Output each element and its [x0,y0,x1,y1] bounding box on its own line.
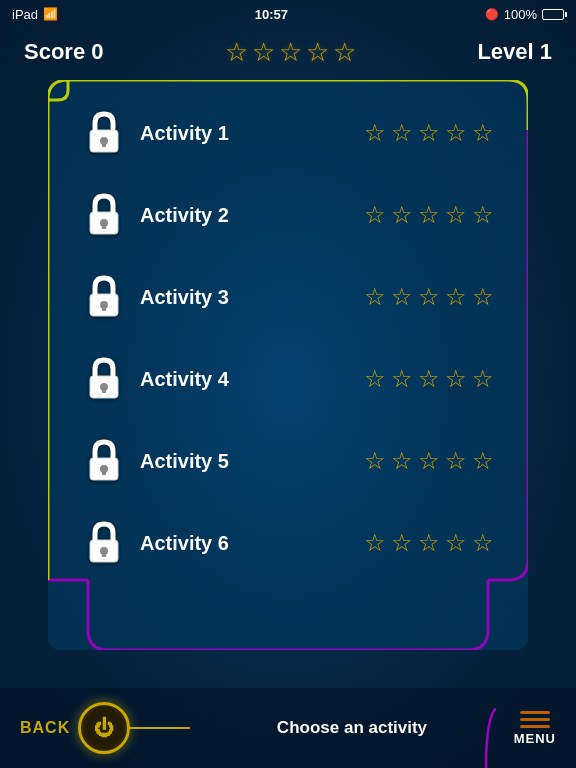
activity-5-star-1: ☆ [364,449,386,473]
activity-row-2[interactable]: Activity 2☆☆☆☆☆ [70,176,506,254]
header-star-2: ☆ [252,37,275,68]
activity-name-5: Activity 5 [140,450,280,473]
activity-stars-2: ☆☆☆☆☆ [364,203,494,227]
status-time: 10:57 [255,7,288,22]
activity-stars-4: ☆☆☆☆☆ [364,367,494,391]
unlocked-icon-1 [82,108,126,158]
activity-1-star-3: ☆ [418,121,440,145]
wifi-icon: 📶 [43,7,58,21]
activity-list: Activity 1☆☆☆☆☆ Activity 2☆☆☆☆☆ Activity… [50,82,526,594]
svg-rect-5 [102,223,106,229]
activity-row-3[interactable]: Activity 3☆☆☆☆☆ [70,258,506,336]
status-left: iPad 📶 [12,7,58,22]
activity-4-star-3: ☆ [418,367,440,391]
activity-2-star-1: ☆ [364,203,386,227]
battery-icon [542,9,564,20]
header-stars: ☆ ☆ ☆ ☆ ☆ [225,37,356,68]
activity-5-star-4: ☆ [445,449,467,473]
activity-stars-3: ☆☆☆☆☆ [364,285,494,309]
bottom-deco-line [130,723,190,733]
activity-1-star-2: ☆ [391,121,413,145]
locked-icon-2 [82,190,126,240]
activity-6-star-5: ☆ [472,531,494,555]
activity-4-star-4: ☆ [445,367,467,391]
activity-2-star-5: ☆ [472,203,494,227]
locked-icon-6 [82,518,126,568]
activity-stars-6: ☆☆☆☆☆ [364,531,494,555]
activity-3-star-4: ☆ [445,285,467,309]
activity-name-4: Activity 4 [140,368,280,391]
bluetooth-icon: 🔴 [485,8,499,21]
status-bar: iPad 📶 10:57 🔴 100% [0,0,576,28]
level-label: Level 1 [477,39,552,65]
activity-2-star-4: ☆ [445,203,467,227]
activity-3-star-1: ☆ [364,285,386,309]
activity-5-star-2: ☆ [391,449,413,473]
activity-2-star-2: ☆ [391,203,413,227]
activity-6-star-1: ☆ [364,531,386,555]
main-panel: Activity 1☆☆☆☆☆ Activity 2☆☆☆☆☆ Activity… [48,80,528,650]
menu-lines [520,711,550,728]
activity-2-star-3: ☆ [418,203,440,227]
svg-rect-8 [102,305,106,311]
score-label: Score 0 [24,39,104,65]
menu-line-2 [520,718,550,721]
svg-rect-2 [102,141,106,147]
bottom-bar: BACK ⏻ Choose an activity MENU [0,688,576,768]
header-star-3: ☆ [279,37,302,68]
activity-1-star-4: ☆ [445,121,467,145]
activity-stars-5: ☆☆☆☆☆ [364,449,494,473]
menu-label: MENU [514,731,556,746]
activity-1-star-1: ☆ [364,121,386,145]
activity-1-star-5: ☆ [472,121,494,145]
svg-rect-17 [102,551,106,557]
battery-percent: 100% [504,7,537,22]
activity-5-star-3: ☆ [418,449,440,473]
back-label: BACK [20,719,70,737]
menu-line-3 [520,725,550,728]
header-star-5: ☆ [333,37,356,68]
activity-6-star-2: ☆ [391,531,413,555]
activity-name-2: Activity 2 [140,204,280,227]
activity-4-star-2: ☆ [391,367,413,391]
activity-3-star-2: ☆ [391,285,413,309]
locked-icon-5 [82,436,126,486]
activity-5-star-5: ☆ [472,449,494,473]
activity-row-5[interactable]: Activity 5☆☆☆☆☆ [70,422,506,500]
activity-name-3: Activity 3 [140,286,280,309]
activity-6-star-4: ☆ [445,531,467,555]
choose-label: Choose an activity [190,718,514,738]
activity-row-4[interactable]: Activity 4☆☆☆☆☆ [70,340,506,418]
svg-rect-14 [102,469,106,475]
header-star-4: ☆ [306,37,329,68]
activity-6-star-3: ☆ [418,531,440,555]
power-button[interactable]: ⏻ [78,702,130,754]
header: Score 0 ☆ ☆ ☆ ☆ ☆ Level 1 [0,28,576,80]
activity-4-star-1: ☆ [364,367,386,391]
activity-row-1[interactable]: Activity 1☆☆☆☆☆ [70,94,506,172]
activity-name-6: Activity 6 [140,532,280,555]
status-right: 🔴 100% [485,7,564,22]
locked-icon-3 [82,272,126,322]
activity-row-6[interactable]: Activity 6☆☆☆☆☆ [70,504,506,582]
activity-stars-1: ☆☆☆☆☆ [364,121,494,145]
back-button[interactable]: BACK ⏻ [20,702,130,754]
menu-line-1 [520,711,550,714]
svg-rect-11 [102,387,106,393]
activity-3-star-3: ☆ [418,285,440,309]
locked-icon-4 [82,354,126,404]
ipad-label: iPad [12,7,38,22]
menu-deco-line [476,708,496,768]
activity-3-star-5: ☆ [472,285,494,309]
power-icon: ⏻ [94,717,114,740]
header-star-1: ☆ [225,37,248,68]
activity-name-1: Activity 1 [140,122,280,145]
activity-4-star-5: ☆ [472,367,494,391]
menu-button[interactable]: MENU [514,711,556,746]
